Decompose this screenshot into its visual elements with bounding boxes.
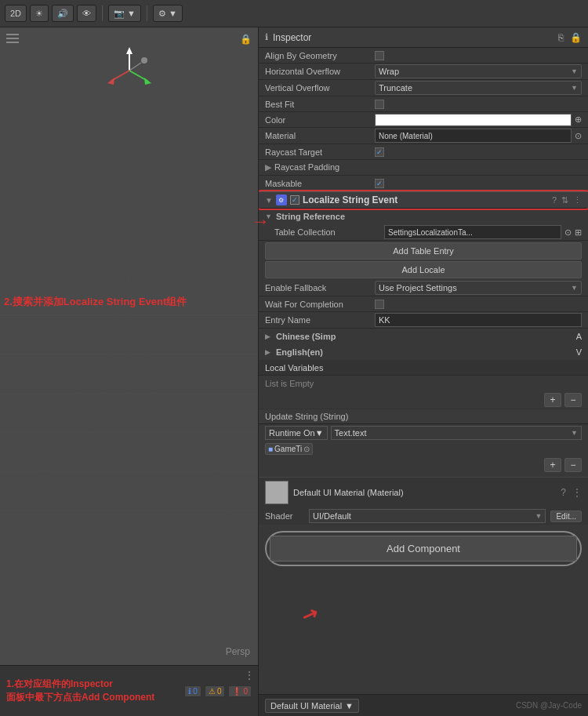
scene-dots-menu[interactable]: ⋮ xyxy=(244,669,255,681)
wait-completion-checkbox[interactable] xyxy=(375,300,384,309)
add-component-button[interactable]: Add Component xyxy=(270,536,577,562)
footer-bar: Default UI Material ▼ CSDN @Jay-Code xyxy=(259,694,588,716)
visibility-button[interactable]: 👁 xyxy=(77,5,96,22)
shader-edit-button[interactable]: Edit... xyxy=(550,511,582,522)
color-picker[interactable] xyxy=(375,114,572,126)
table-collection-value: SettingsLocalizationTa... ⊙ ⊞ xyxy=(384,225,582,239)
horizontal-overflow-label: Horizontal Overflow xyxy=(265,67,375,76)
footer-material-dropdown[interactable]: Default UI Material ▼ xyxy=(265,699,359,713)
hamburger-line-1 xyxy=(6,34,19,35)
hamburger-menu[interactable] xyxy=(6,34,19,43)
raycast-target-value xyxy=(375,147,582,157)
inspector-title: Inspector xyxy=(273,32,311,43)
svg-line-19 xyxy=(129,63,141,71)
string-reference-arrow: ▼ xyxy=(265,213,273,220)
runtime-target-dropdown[interactable]: Text.text ▼ xyxy=(331,426,582,440)
game-object-tag[interactable]: ■ GameTi ⊙ xyxy=(265,443,313,455)
maskable-checkbox[interactable] xyxy=(375,179,384,188)
wait-completion-value xyxy=(375,300,582,309)
localize-string-event-header: ▼ ⚙ ✓ Localize String Event ? ⇅ ⋮ xyxy=(259,191,588,209)
align-geometry-checkbox[interactable] xyxy=(375,51,384,60)
camera-button[interactable]: 📷 ▼ xyxy=(108,5,141,22)
error-icon: ❗ xyxy=(232,687,241,696)
settings-button[interactable]: ⚙ ▼ xyxy=(153,5,183,22)
align-geometry-row: Align By Geometry xyxy=(259,48,588,64)
local-variables-add-btn[interactable]: + xyxy=(544,393,561,407)
runtime-target-arrow: ▼ xyxy=(571,429,578,437)
warning-status[interactable]: ⚠ 0 xyxy=(205,685,226,697)
warning-icon: ⚠ xyxy=(209,687,216,696)
table-collection-grid-icon[interactable]: ⊞ xyxy=(575,227,582,238)
localize-event-header-icons: ? ⇅ ⋮ xyxy=(552,195,582,205)
horizontal-overflow-dropdown[interactable]: Wrap ▼ xyxy=(375,64,582,78)
svg-marker-18 xyxy=(107,78,114,85)
inspector-copy-icon[interactable]: ⎘ xyxy=(558,32,564,43)
horizontal-overflow-arrow: ▼ xyxy=(571,67,578,75)
vertical-overflow-dropdown[interactable]: Truncate ▼ xyxy=(375,81,582,95)
hamburger-line-2 xyxy=(6,38,19,39)
inspector-lock-icon[interactable]: 🔒 xyxy=(570,32,582,43)
best-fit-checkbox[interactable] xyxy=(375,100,384,109)
annotation-text-1: 1.在对应组件的Inspector 面板中最下方点击Add Component xyxy=(6,678,154,704)
info-count: 0 xyxy=(193,687,198,696)
align-geometry-value xyxy=(375,51,582,60)
error-status[interactable]: ❗ 0 xyxy=(228,685,252,697)
toolbar: 2D ☀ 🔊 👁 📷 ▼ ⚙ ▼ xyxy=(0,0,588,27)
inspector-header: ℹ Inspector ⎘ 🔒 xyxy=(259,27,588,48)
wait-completion-label: Wait For Completion xyxy=(265,300,375,309)
game-object-icon: ■ xyxy=(268,445,273,453)
chinese-simp-row: ▶ Chinese (Simp A xyxy=(259,329,588,344)
material-menu-icon[interactable]: ⋮ xyxy=(572,487,582,498)
raycast-padding-arrow: ▶ xyxy=(265,162,271,172)
vertical-overflow-selected: Truncate xyxy=(379,83,412,93)
chinese-simp-arrow: ▶ xyxy=(265,333,273,340)
info-status[interactable]: ℹ 0 xyxy=(184,685,201,697)
localize-event-checkbox[interactable]: ✓ xyxy=(290,195,299,205)
color-eyedropper-icon[interactable]: ⊕ xyxy=(575,114,582,125)
vertical-overflow-label: Vertical Overflow xyxy=(265,83,375,93)
inspector-content: Align By Geometry Horizontal Overflow Wr… xyxy=(259,48,588,694)
material-help-icon[interactable]: ? xyxy=(561,487,566,498)
local-variables-header: Local Variables xyxy=(259,360,588,376)
raycast-target-checkbox[interactable] xyxy=(375,147,384,157)
localize-event-title: Localize String Event xyxy=(303,194,397,205)
material-select-icon[interactable]: ⊙ xyxy=(575,131,582,141)
add-table-entry-button[interactable]: Add Table Entry xyxy=(265,242,582,260)
localize-event-help-icon[interactable]: ? xyxy=(552,195,557,205)
raycast-padding-row: ▶Raycast Padding xyxy=(259,160,588,176)
color-row: Color ⊕ xyxy=(259,112,588,128)
vertical-overflow-arrow: ▼ xyxy=(571,84,578,92)
light-button[interactable]: ☀ xyxy=(30,5,49,22)
add-locale-button[interactable]: Add Locale xyxy=(265,261,582,278)
material-field[interactable]: None (Material) xyxy=(375,129,572,143)
chinese-simp-label: Chinese (Simp xyxy=(276,332,336,341)
toolbar-divider-2 xyxy=(147,5,147,21)
table-collection-select-icon[interactable]: ⊙ xyxy=(564,227,572,238)
event-add-btn[interactable]: + xyxy=(544,458,561,472)
localize-event-menu-icon[interactable]: ⋮ xyxy=(573,195,582,205)
inspector-icon: ℹ xyxy=(265,32,268,42)
enable-fallback-arrow: ▼ xyxy=(571,284,578,292)
entry-name-input[interactable] xyxy=(375,313,582,327)
localize-event-relay-icon[interactable]: ⇅ xyxy=(561,195,568,205)
enable-fallback-dropdown[interactable]: Use Project Settings ▼ xyxy=(375,281,582,295)
shader-dropdown[interactable]: UI/Default ▼ xyxy=(309,509,546,523)
enable-fallback-value: Use Project Settings ▼ xyxy=(375,281,582,295)
runtime-mode-dropdown[interactable]: Runtime On▼ xyxy=(265,426,328,440)
mode-2d-button[interactable]: 2D xyxy=(5,5,27,22)
scene-view[interactable]: 🔒 Persp xyxy=(0,27,258,665)
enable-fallback-selected: Use Project Settings xyxy=(379,283,457,293)
wait-completion-row: Wait For Completion xyxy=(259,296,588,312)
footer-dropdown-arrow: ▼ xyxy=(345,701,354,711)
scene-bottom-bar: ⋮ 1.在对应组件的Inspector 面板中最下方点击Add Componen… xyxy=(0,665,258,716)
table-collection-field[interactable]: SettingsLocalizationTa... xyxy=(384,225,561,239)
table-collection-text: SettingsLocalizationTa... xyxy=(388,228,473,237)
audio-button[interactable]: 🔊 xyxy=(52,5,74,22)
inspector-panel: ℹ Inspector ⎘ 🔒 Align By Geometry Horizo… xyxy=(259,27,588,716)
local-variables-remove-btn[interactable]: − xyxy=(564,393,582,407)
event-remove-btn[interactable]: − xyxy=(564,458,582,472)
game-object-circle-icon[interactable]: ⊙ xyxy=(303,445,310,453)
mode-2d-label: 2D xyxy=(10,9,21,18)
maskable-row: Maskable xyxy=(259,176,588,191)
scene-lock-icon[interactable]: 🔒 xyxy=(240,34,252,45)
